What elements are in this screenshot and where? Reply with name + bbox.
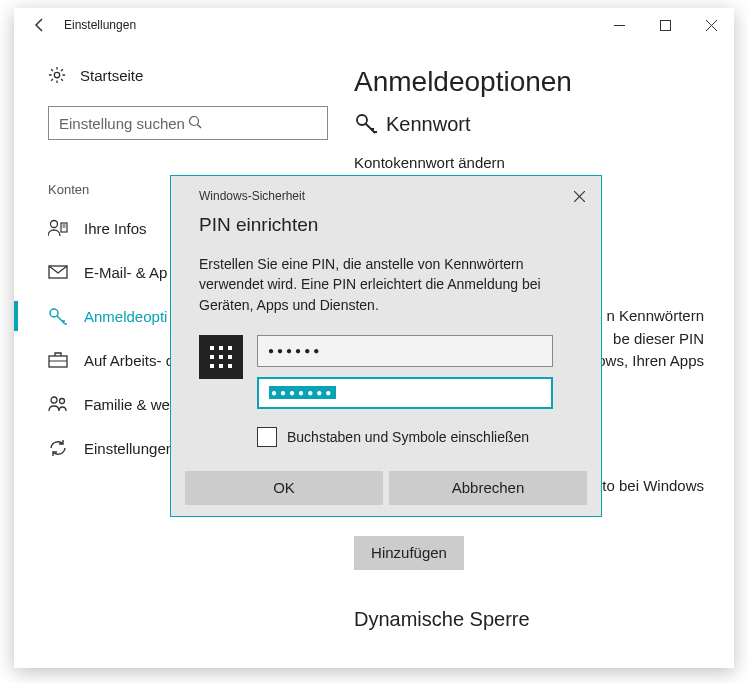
- search-placeholder: Einstellung suchen: [59, 115, 188, 132]
- sync-icon: [48, 439, 68, 457]
- pin-confirm-input[interactable]: ●●●●●●●: [257, 377, 553, 409]
- search-icon: [188, 115, 317, 132]
- dialog-close-button[interactable]: [567, 184, 591, 208]
- people-icon: [48, 395, 68, 413]
- svg-point-15: [51, 397, 57, 403]
- sidebar-item-label: Anmeldeopti: [84, 308, 167, 325]
- back-button[interactable]: [26, 11, 54, 39]
- sidebar-item-label: Auf Arbeits- o: [84, 352, 174, 369]
- pin-mask: ●●●●●●: [268, 345, 322, 356]
- svg-point-5: [190, 116, 199, 125]
- maximize-button[interactable]: [642, 8, 688, 42]
- svg-point-7: [51, 221, 58, 228]
- checkbox-label: Buchstaben und Symbole einschließen: [287, 429, 529, 445]
- svg-point-16: [60, 399, 65, 404]
- pin-mask-selected: ●●●●●●●: [269, 386, 336, 399]
- add-button[interactable]: Hinzufügen: [354, 536, 464, 570]
- minimize-button[interactable]: [596, 8, 642, 42]
- svg-point-4: [54, 72, 59, 77]
- gear-icon: [48, 66, 66, 84]
- briefcase-icon: [48, 351, 68, 369]
- dialog-header: Windows-Sicherheit: [199, 189, 305, 203]
- keypad-icon: [199, 335, 243, 379]
- search-input[interactable]: Einstellung suchen: [48, 106, 328, 140]
- include-letters-checkbox[interactable]: [257, 427, 277, 447]
- settings-window: Einstellungen Startseite Einstellung suc…: [14, 8, 734, 668]
- sidebar-item-label: E-Mail- & Ap: [84, 264, 167, 281]
- close-button[interactable]: [688, 8, 734, 42]
- svg-rect-1: [660, 20, 670, 30]
- home-link[interactable]: Startseite: [48, 66, 344, 84]
- change-password-label: Kontokennwort ändern: [354, 154, 710, 171]
- titlebar: Einstellungen: [14, 8, 734, 42]
- dialog-description: Erstellen Sie eine PIN, die anstelle von…: [171, 236, 601, 315]
- mail-icon: [48, 263, 68, 281]
- sidebar-item-label: Einstellungen: [84, 440, 174, 457]
- person-icon: [48, 219, 68, 237]
- home-label: Startseite: [80, 67, 143, 84]
- dialog-title: PIN einrichten: [171, 208, 601, 236]
- pin-input[interactable]: ●●●●●●: [257, 335, 553, 367]
- dynamic-lock-title: Dynamische Sperre: [354, 608, 710, 631]
- windows-security-dialog: Windows-Sicherheit PIN einrichten Erstel…: [170, 175, 602, 517]
- page-title: Anmeldeoptionen: [354, 66, 710, 98]
- section-password-title: Kennwort: [386, 113, 471, 136]
- svg-point-12: [50, 309, 58, 317]
- svg-line-6: [198, 124, 202, 128]
- key-icon: [48, 307, 68, 325]
- key-icon: [354, 112, 378, 136]
- window-title: Einstellungen: [64, 18, 136, 32]
- ok-button[interactable]: OK: [185, 471, 383, 505]
- sidebar-item-label: Ihre Infos: [84, 220, 147, 237]
- cancel-button[interactable]: Abbrechen: [389, 471, 587, 505]
- sidebar-item-label: Familie & wei: [84, 396, 173, 413]
